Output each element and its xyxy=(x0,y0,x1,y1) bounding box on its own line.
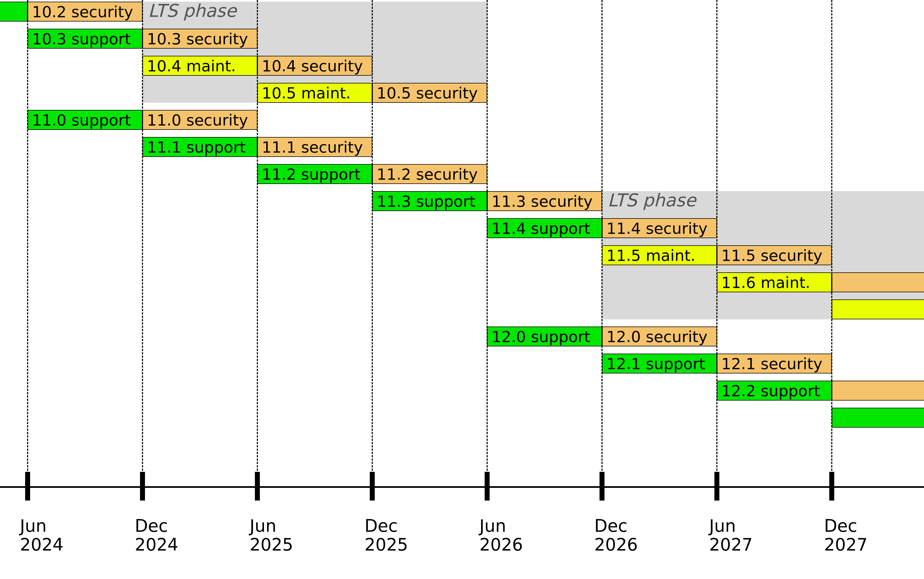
phase-bar-support: 12.1 support xyxy=(602,353,717,373)
phase-bar-support: 11.0 support xyxy=(28,110,142,130)
phase-label: 12.0 security xyxy=(606,328,707,345)
phase-bar-security: 11.1 security xyxy=(257,137,372,157)
tick-label: Jun2026 xyxy=(479,517,523,554)
phase-label: 11.0 support xyxy=(32,111,131,129)
tick-mark xyxy=(599,472,604,500)
grid-line xyxy=(27,0,28,481)
tick-month: Dec xyxy=(824,517,868,535)
phase-label: 11.3 support xyxy=(377,192,475,210)
phase-label: 11.1 security xyxy=(262,138,363,156)
phase-bar-maint: 11.5 maint. xyxy=(602,245,717,265)
phase-label: 10.2 security xyxy=(32,3,133,21)
phase-bar-support: 12.0 support xyxy=(487,327,602,347)
tick-mark xyxy=(140,472,145,500)
phase-label: 10.4 maint. xyxy=(147,57,236,75)
phase-label: 11.4 security xyxy=(606,219,707,237)
phase-bar-security xyxy=(832,381,924,401)
tick-label: Dec2026 xyxy=(594,517,638,554)
phase-label: 10.3 security xyxy=(147,30,248,48)
tick-mark xyxy=(370,472,375,500)
tick-month: Jun xyxy=(479,517,523,535)
phase-label: 10.3 support xyxy=(32,30,131,48)
phase-label: 10.5 maint. xyxy=(262,84,351,102)
tick-mark xyxy=(714,472,719,500)
phase-label: 11.0 security xyxy=(147,111,248,129)
phase-label: 11.5 maint. xyxy=(606,246,695,264)
phase-bar-security: 11.3 security xyxy=(487,191,602,211)
phase-label: 11.3 security xyxy=(491,192,593,210)
phase-bar-support: 11.2 support xyxy=(257,164,372,184)
phase-label: 10.5 security xyxy=(377,84,478,102)
phase-bar-support: 12.2 support xyxy=(717,381,832,401)
tick-year: 2027 xyxy=(709,535,753,554)
tick-mark xyxy=(829,472,834,500)
phase-bar-security: 10.3 security xyxy=(142,29,257,49)
phase-bar-maint xyxy=(832,299,924,319)
x-axis xyxy=(0,486,924,488)
phase-bar-support: 11.3 support xyxy=(372,191,487,211)
phase-bar-security: 10.5 security xyxy=(372,83,487,103)
tick-label: Dec2027 xyxy=(824,517,868,554)
tick-month: Dec xyxy=(364,517,408,535)
phase-label: 12.0 support xyxy=(491,328,590,345)
phase-label: 11.1 support xyxy=(147,138,246,156)
tick-year: 2026 xyxy=(594,535,638,554)
grid-line xyxy=(486,0,488,481)
phase-bar-maint: 11.6 maint. xyxy=(717,272,832,292)
phase-bar-security: 12.1 security xyxy=(717,353,832,373)
phase-bar-maint: 10.5 maint. xyxy=(257,83,372,103)
phase-bar-support: 11.1 support xyxy=(142,137,257,157)
phase-label: 11.6 maint. xyxy=(721,273,810,291)
phase-bar-security: 10.2 security xyxy=(28,2,142,21)
phase-label: 11.5 security xyxy=(721,246,823,264)
phase-bar-security: 10.4 security xyxy=(257,56,372,76)
grid-line xyxy=(601,0,602,481)
phase-label: 11.4 support xyxy=(491,219,590,237)
phase-bar-security xyxy=(832,272,924,292)
tick-month: Dec xyxy=(594,517,638,535)
phase-bar-maint: 10.4 maint. xyxy=(142,56,257,76)
phase-label: 12.1 security xyxy=(721,355,823,373)
tick-label: Dec2024 xyxy=(135,517,178,554)
release-timeline-chart: LTS phaseLTS phase10.2 security10.3 supp… xyxy=(0,0,924,579)
tick-month: Jun xyxy=(250,517,293,535)
tick-month: Jun xyxy=(20,517,64,535)
tick-label: Dec2025 xyxy=(364,517,408,554)
tick-year: 2024 xyxy=(135,535,178,554)
phase-label: 10.4 security xyxy=(262,57,363,75)
phase-label: 12.2 support xyxy=(721,382,820,400)
tick-label: Jun2025 xyxy=(250,517,293,554)
phase-label: 11.2 support xyxy=(262,165,361,183)
grid-line xyxy=(716,0,717,481)
tick-year: 2025 xyxy=(250,535,293,554)
tick-mark xyxy=(25,472,30,500)
phase-bar-security: 11.4 security xyxy=(602,218,717,238)
tick-year: 2026 xyxy=(479,535,523,554)
phase-bar-support: 10.3 support xyxy=(28,29,142,49)
phase-bar-support: 11.4 support xyxy=(487,218,602,238)
phase-bar-security: 11.0 security xyxy=(142,110,257,130)
phase-label: 11.2 security xyxy=(377,165,478,183)
tick-mark xyxy=(485,472,490,500)
phase-bar-support xyxy=(832,408,924,428)
tick-label: Jun2027 xyxy=(709,517,753,554)
tick-month: Dec xyxy=(135,517,178,535)
tick-mark xyxy=(255,472,260,500)
tick-year: 2027 xyxy=(824,535,868,554)
tick-year: 2024 xyxy=(20,535,64,554)
phase-label: 12.1 support xyxy=(606,355,705,373)
tick-label: Jun2024 xyxy=(20,517,64,554)
phase-bar-security: 11.2 security xyxy=(372,164,487,184)
phase-bar-support xyxy=(0,2,28,21)
tick-year: 2025 xyxy=(364,535,408,554)
phase-bar-security: 12.0 security xyxy=(602,327,717,347)
lts-phase-label: LTS phase xyxy=(607,190,696,211)
phase-bar-security: 11.5 security xyxy=(717,245,832,265)
tick-month: Jun xyxy=(709,517,753,535)
lts-phase-label: LTS phase xyxy=(148,0,237,21)
